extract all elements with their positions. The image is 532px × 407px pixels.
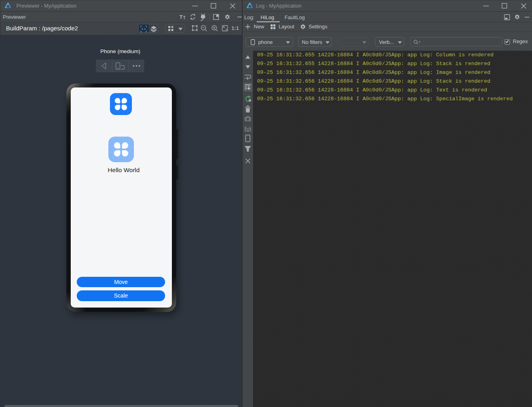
svg-text:1:1: 1:1 xyxy=(231,25,239,31)
svg-text:T: T xyxy=(179,14,183,20)
svg-text:T: T xyxy=(183,16,185,20)
